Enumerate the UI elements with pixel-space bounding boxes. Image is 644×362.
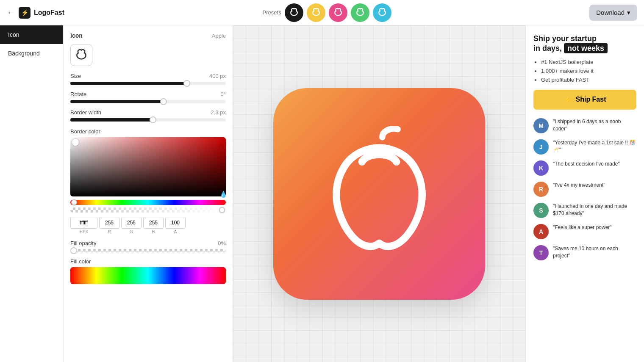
testimonial-4: R "I've 4x my investment" [533, 182, 636, 197]
testimonial-text-7: "Saves me 10 hours on each project" [553, 245, 636, 260]
g-input[interactable]: 255 [121, 217, 142, 229]
border-color-section: Border color 💧 ffffff HEX [70, 128, 226, 234]
size-slider[interactable] [70, 82, 226, 85]
avatar-5: S [533, 203, 549, 218]
r-input[interactable]: 255 [99, 217, 119, 229]
app-logo-icon: ⚡ [19, 7, 31, 19]
ship-fast-button[interactable]: ⚡ Ship Fast [533, 90, 636, 110]
color-gradient-picker[interactable] [70, 137, 226, 196]
panel-header: Icon Apple [70, 32, 226, 39]
size-control: Size 400 px [70, 73, 226, 85]
hue-slider[interactable] [70, 200, 226, 205]
fill-opacity-slider[interactable] [70, 249, 226, 252]
avatar-7: T [533, 245, 549, 260]
testimonial-text-3: "The best decision I've made" [553, 160, 620, 168]
download-label: Download [596, 9, 625, 16]
a-input[interactable]: 100 [165, 217, 186, 229]
border-width-slider[interactable] [70, 118, 226, 122]
testimonial-1: M "I shipped in 6 days as a noob coder" [533, 118, 636, 133]
border-width-control: Border width 2.3 px [70, 109, 226, 122]
header: ← ⚡ LogoFast Presets [0, 0, 644, 25]
fill-color-bar[interactable] [70, 267, 226, 284]
avatar-4: R [533, 182, 549, 197]
highlight-badge: not weeks [564, 43, 608, 53]
presets-bar: Presets [263, 3, 391, 22]
avatar-1: M [533, 118, 549, 133]
promo-heading: Ship your startup in days, not weeks [533, 34, 636, 54]
avatar-6: A [533, 224, 549, 239]
a-input-group: 100 A [165, 217, 186, 234]
download-button[interactable]: Download ▾ [589, 5, 637, 21]
testimonial-2: J "Yesterday I've made a 1st sale !! 🎊 🥂… [533, 139, 636, 155]
canvas-area [233, 25, 525, 362]
sidebar-tab-background[interactable]: Background [0, 44, 63, 63]
g-input-group: 255 G [121, 217, 142, 234]
hex-input-group: ffffff HEX [70, 217, 97, 234]
ship-fast-icon: ⚡ [564, 96, 572, 104]
eye-dropper-button[interactable]: 💧 [219, 191, 228, 198]
icon-preview[interactable] [70, 44, 92, 66]
testimonial-text-6: "Feels like a super power" [553, 224, 612, 231]
testimonial-text-1: "I shipped in 6 days as a noob coder" [553, 118, 636, 133]
preset-pink[interactable] [329, 3, 347, 22]
presets-label: Presets [263, 9, 281, 16]
bullet-3: Get profitable FAST [541, 77, 636, 83]
rotate-control: Rotate 0° [70, 91, 226, 103]
ship-fast-label: Ship Fast [575, 96, 606, 103]
preset-cyan[interactable] [373, 3, 391, 22]
b-input-group: 255 B [143, 217, 164, 234]
logo-apple-svg [311, 126, 447, 262]
testimonial-5: S "I launched in one day and made $170 a… [533, 203, 636, 218]
back-button[interactable]: ← [7, 8, 15, 17]
testimonials-list: M "I shipped in 6 days as a noob coder" … [533, 118, 636, 260]
color-inputs: ffffff HEX 255 R 255 G 255 B 100 A [70, 217, 226, 234]
sidebar-tab-icon[interactable]: Icon [0, 25, 63, 44]
bullet-1: #1 NextJS boilerplate [541, 59, 636, 65]
promo-bullets: #1 NextJS boilerplate 1,000+ makers love… [533, 59, 636, 83]
rotate-slider[interactable] [70, 100, 226, 103]
fill-opacity-control: Fill opacity 0% [70, 240, 226, 252]
avatar-2: J [533, 139, 549, 155]
preset-green[interactable] [351, 3, 369, 22]
hex-input[interactable]: ffffff [70, 217, 97, 229]
apple-icon [75, 49, 88, 61]
icon-name-value: Apple [212, 33, 226, 39]
alpha-slider[interactable] [70, 207, 226, 213]
preset-black[interactable] [285, 3, 303, 22]
preset-yellow[interactable] [307, 3, 325, 22]
app-name: LogoFast [34, 9, 64, 17]
testimonial-7: T "Saves me 10 hours on each project" [533, 245, 636, 260]
control-panel: Icon Apple Size 400 px Rotate 0° [64, 25, 233, 362]
avatar-3: K [533, 160, 549, 176]
right-sidebar: Ship your startup in days, not weeks #1 … [525, 25, 644, 362]
chevron-down-icon: ▾ [627, 9, 630, 17]
testimonial-text-4: "I've 4x my investment" [553, 182, 605, 189]
logo-canvas [273, 88, 485, 300]
fill-color-section: Fill color [70, 258, 226, 284]
testimonial-3: K "The best decision I've made" [533, 160, 636, 176]
color-picker-cursor [72, 139, 79, 146]
testimonial-text-5: "I launched in one day and made $170 alr… [553, 203, 636, 217]
left-sidebar: Icon Background [0, 25, 64, 362]
main-content: Icon Background Icon Apple Size 400 px [0, 25, 644, 362]
b-input[interactable]: 255 [143, 217, 164, 229]
bullet-2: 1,000+ makers love it [541, 68, 636, 74]
panel-title: Icon [70, 32, 83, 39]
testimonial-text-2: "Yesterday I've made a 1st sale !! 🎊 🥂" [553, 139, 636, 154]
r-input-group: 255 R [99, 217, 119, 234]
testimonial-6: A "Feels like a super power" [533, 224, 636, 239]
header-left: ← ⚡ LogoFast [7, 7, 64, 19]
